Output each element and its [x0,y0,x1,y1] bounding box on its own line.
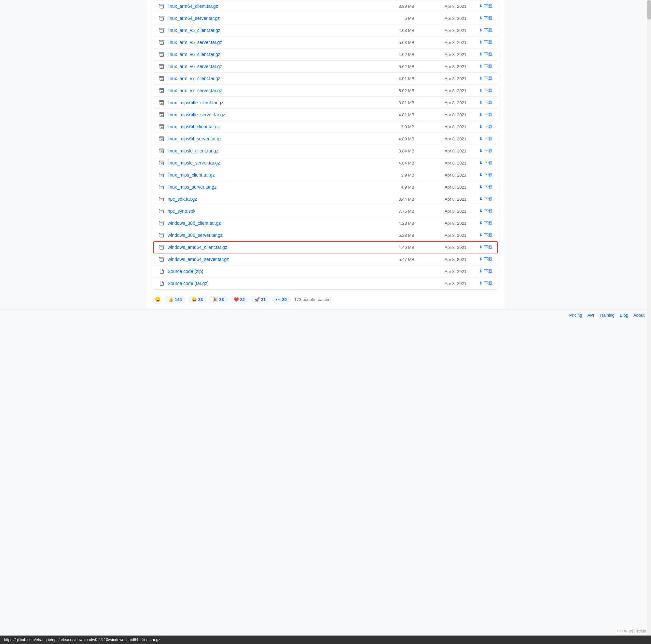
archive-icon [158,196,165,202]
file-name-link[interactable]: linux_mips64_server.tar.gz [167,136,375,141]
source-icon [158,268,165,274]
table-row: linux_arm_v7_server.tar.gz5.02 MBApr 8, … [153,85,498,97]
file-date: Apr 8, 2021 [424,197,466,202]
file-name-link[interactable]: linux_mips_server.tar.gz [167,184,375,189]
reaction-count: 22 [240,297,245,302]
file-name-link[interactable]: linux_mips64le_client.tar.gz [167,100,375,105]
footer-link[interactable]: Blog [620,313,628,318]
file-download-link[interactable]: ⬇ 下载 [473,232,493,238]
file-date: Apr 8, 2021 [424,4,466,9]
file-name-link[interactable]: linux_arm_v6_server.tar.gz [167,64,375,69]
file-download-link[interactable]: ⬇ 下载 [473,52,493,57]
add-reaction-button[interactable]: 😊 [153,295,162,304]
file-size: 8.44 MB [375,197,414,202]
file-size: 4.01 MB [375,76,414,81]
file-size: 3.9 MB [375,173,414,178]
footer-link[interactable]: About [633,313,645,318]
file-size: 4.9 MB [375,185,414,189]
reaction-count: 23 [219,297,224,302]
archive-icon [158,27,165,34]
reaction-badge[interactable]: 🎉23 [209,296,227,303]
archive-icon [158,123,165,130]
archive-icon [158,232,165,238]
file-name-link[interactable]: windows_amd64_client.tar.gz [167,245,375,250]
file-name-link[interactable]: linux_mipsle_client.tar.gz [167,148,375,153]
file-name-link[interactable]: linux_arm_v5_server.tar.gz [167,40,375,45]
file-name-link[interactable]: linux_arm_v7_client.tar.gz [167,76,375,81]
reaction-emoji: 👍 [168,297,174,302]
file-date: Apr 8, 2021 [424,64,466,69]
file-download-link[interactable]: ⬇ 下载 [473,39,493,45]
file-date: Apr 8, 2021 [424,100,466,105]
file-name-link[interactable]: Source code (tar.gz) [167,281,375,286]
file-name-link[interactable]: linux_arm64_client.tar.gz [167,4,375,9]
reaction-emoji: 🎉 [213,297,218,302]
file-name-link[interactable]: linux_mips64le_server.tar.gz [167,112,375,117]
reaction-badge[interactable]: 👀29 [272,296,290,303]
footer-link[interactable]: Pricing [569,313,582,318]
archive-icon [158,148,165,154]
file-name-link[interactable]: npc_sdk.tar.gz [167,197,375,202]
file-name-link[interactable]: npc_syno.spk [167,208,375,214]
archive-icon [158,87,165,94]
archive-icon [158,136,165,142]
file-download-link[interactable]: ⬇ 下载 [473,196,493,202]
file-download-link[interactable]: ⬇ 下载 [473,3,493,9]
file-download-link[interactable]: ⬇ 下载 [473,124,493,130]
footer-link[interactable]: Training [599,313,615,318]
footer-link[interactable]: API [588,313,594,318]
file-size: 5 MB [375,16,414,21]
file-download-link[interactable]: ⬇ 下载 [473,100,493,106]
archive-icon [158,15,165,22]
file-date: Apr 8, 2021 [424,40,466,45]
scrollbar-thumb[interactable] [647,0,651,20]
reaction-count: 23 [198,297,203,302]
file-name-link[interactable]: linux_arm_v5_client.tar.gz [167,28,375,33]
file-name-link[interactable]: linux_arm64_server.tar.gz [167,16,375,21]
file-download-link[interactable]: ⬇ 下载 [473,208,493,214]
file-download-link[interactable]: ⬇ 下载 [473,136,493,142]
file-date: Apr 8, 2021 [424,112,466,117]
file-download-link[interactable]: ⬇ 下载 [473,76,493,82]
file-name-link[interactable]: linux_mips64_client.tar.gz [167,124,375,129]
archive-icon [158,256,165,263]
file-name-link[interactable]: windows_386_server.tar.gz [167,233,375,238]
file-download-link[interactable]: ⬇ 下载 [473,63,493,69]
file-name-link[interactable]: linux_arm_v6_client.tar.gz [167,52,375,57]
reaction-badge[interactable]: 👍144 [165,296,186,303]
file-size: 4.84 MB [375,160,414,166]
file-download-link[interactable]: ⬇ 下载 [473,281,493,286]
table-row: linux_arm64_server.tar.gz5 MBApr 8, 2021… [153,12,498,24]
file-name-link[interactable]: windows_amd64_server.tar.gz [167,257,375,262]
file-download-link[interactable]: ⬇ 下载 [473,27,493,33]
reaction-badge[interactable]: ❤️22 [230,296,248,303]
scrollbar-track[interactable] [647,0,651,321]
file-list: linux_arm64_client.tar.gz3.99 MBApr 8, 2… [153,0,498,290]
file-download-link[interactable]: ⬇ 下载 [473,172,493,178]
file-download-link[interactable]: ⬇ 下载 [473,148,493,154]
file-date: Apr 8, 2021 [424,209,466,214]
file-name-link[interactable]: linux_arm_v7_server.tar.gz [167,88,375,93]
file-download-link[interactable]: ⬇ 下载 [473,88,493,93]
file-download-link[interactable]: ⬇ 下载 [473,256,493,262]
table-row: linux_mipsle_server.tar.gz4.84 MBApr 8, … [153,157,498,169]
reaction-count: 29 [282,297,287,302]
file-download-link[interactable]: ⬇ 下载 [473,112,493,118]
file-date: Apr 8, 2021 [424,149,466,153]
file-download-link[interactable]: ⬇ 下载 [473,184,493,190]
file-size: 5.23 MB [375,233,414,238]
file-download-link[interactable]: ⬇ 下载 [473,268,493,274]
reaction-badge[interactable]: 😄23 [188,296,206,303]
file-download-link[interactable]: ⬇ 下载 [473,15,493,21]
file-download-link[interactable]: ⬇ 下载 [473,244,493,250]
file-name-link[interactable]: linux_mips_client.tar.gz [167,172,375,178]
reaction-emoji: 🚀 [254,297,260,302]
file-download-link[interactable]: ⬇ 下载 [473,220,493,226]
reaction-badge[interactable]: 🚀21 [251,296,269,303]
archive-icon [158,99,165,106]
archive-icon [158,244,165,251]
file-name-link[interactable]: linux_mipsle_server.tar.gz [167,160,375,166]
file-name-link[interactable]: Source code (zip) [167,269,375,274]
file-download-link[interactable]: ⬇ 下载 [473,160,493,166]
file-name-link[interactable]: windows_386_client.tar.gz [167,221,375,226]
